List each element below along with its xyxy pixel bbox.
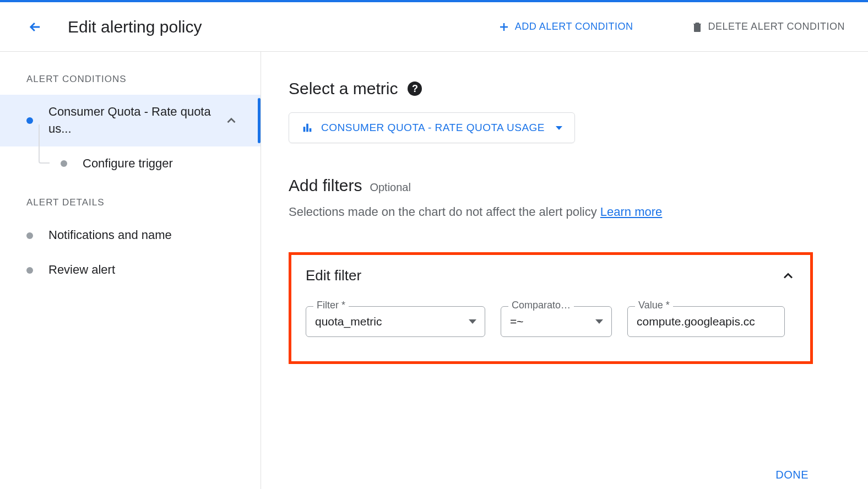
metric-selector-label: CONSUMER QUOTA - RATE QUOTA USAGE xyxy=(321,122,545,134)
value-field-label: Value * xyxy=(635,300,673,311)
caret-down-icon xyxy=(469,319,476,324)
trash-icon xyxy=(691,20,704,34)
filter-field[interactable]: Filter * quota_metric xyxy=(306,306,485,337)
add-alert-condition-label: ADD ALERT CONDITION xyxy=(515,21,633,32)
page-header: Edit alerting policy ADD ALERT CONDITION… xyxy=(0,2,868,52)
delete-alert-condition-label: DELETE ALERT CONDITION xyxy=(708,21,845,32)
caret-down-icon xyxy=(556,126,562,130)
step-dot-active-icon xyxy=(26,117,33,124)
alert-details-label: ALERT DETAILS xyxy=(0,197,261,218)
value-field[interactable]: Value * compute.googleapis.cc xyxy=(627,306,785,337)
chevron-up-icon[interactable] xyxy=(780,268,796,284)
done-button[interactable]: DONE xyxy=(775,469,809,481)
tree-connector xyxy=(39,124,40,146)
svg-rect-0 xyxy=(303,127,306,132)
back-arrow-icon[interactable] xyxy=(28,19,43,35)
comparator-field[interactable]: Comparato… =~ xyxy=(501,306,612,337)
alert-conditions-label: ALERT CONDITIONS xyxy=(0,74,261,95)
filters-description: Selections made on the chart do not affe… xyxy=(289,205,839,219)
plus-icon xyxy=(497,20,511,34)
metric-selector[interactable]: CONSUMER QUOTA - RATE QUOTA USAGE xyxy=(289,112,575,143)
comparator-field-label: Comparato… xyxy=(508,300,574,311)
add-filters-heading: Add filters xyxy=(289,176,362,195)
sidebar-item-label: Review alert xyxy=(48,262,249,279)
sidebar-item-label: Consumer Quota - Rate quota us... xyxy=(48,104,224,138)
svg-rect-2 xyxy=(310,128,312,132)
tree-connector xyxy=(39,146,50,164)
optional-label: Optional xyxy=(370,181,411,194)
add-alert-condition-button[interactable]: ADD ALERT CONDITION xyxy=(491,16,640,38)
learn-more-link[interactable]: Learn more xyxy=(600,205,663,219)
delete-alert-condition-button[interactable]: DELETE ALERT CONDITION xyxy=(684,16,851,38)
sidebar: ALERT CONDITIONS Consumer Quota - Rate q… xyxy=(0,52,261,489)
step-dot-icon xyxy=(26,267,33,274)
step-dot-icon xyxy=(26,232,33,239)
main-content: Select a metric ? CONSUMER QUOTA - RATE … xyxy=(261,52,868,489)
caret-down-icon xyxy=(595,319,603,324)
select-metric-title: Select a metric xyxy=(289,79,398,98)
add-filters-title: Add filters xyxy=(289,176,362,195)
bar-chart-icon xyxy=(301,122,313,134)
edit-filter-title: Edit filter xyxy=(306,267,361,284)
sidebar-item-review-alert[interactable]: Review alert xyxy=(0,253,261,287)
edit-filter-panel: Edit filter Filter * quota_metric Compar… xyxy=(289,252,813,364)
svg-rect-1 xyxy=(306,124,308,132)
step-dot-icon xyxy=(61,160,67,167)
sidebar-item-label: Notifications and name xyxy=(48,227,249,244)
chevron-up-icon[interactable] xyxy=(224,113,238,128)
sidebar-item-notifications[interactable]: Notifications and name xyxy=(0,218,261,253)
select-metric-heading: Select a metric ? xyxy=(289,79,839,98)
filter-field-label: Filter * xyxy=(313,300,349,311)
help-icon[interactable]: ? xyxy=(408,82,422,96)
sidebar-item-label: Configure trigger xyxy=(83,155,249,172)
filters-desc-text: Selections made on the chart do not affe… xyxy=(289,205,600,219)
page-title: Edit alerting policy xyxy=(68,18,202,36)
sidebar-item-configure-trigger[interactable]: Configure trigger xyxy=(0,146,261,181)
